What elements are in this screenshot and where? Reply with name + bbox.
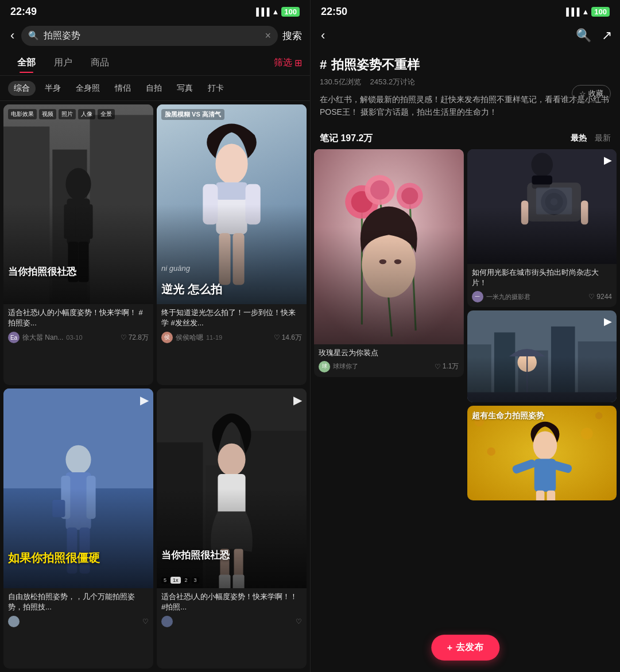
card-4-play-icon: ▶ (293, 393, 302, 407)
fab-label: 去发布 (456, 642, 483, 654)
sub-filter-checkin[interactable]: 打卡 (202, 81, 230, 96)
card-4-author (161, 616, 173, 627)
card-1-tag-row: 电影效果 视频 照片 人像 全景 (8, 109, 115, 119)
svg-point-12 (215, 144, 247, 184)
collect-button[interactable]: ☆ 收藏 (572, 85, 611, 102)
right-col-right: ▶ 如何用光影在城市街头拍出时尚杂志大片！ 一 一米九的摄影君 ♡ 9244 (467, 149, 617, 669)
notes-sort: 最热 最新 (571, 133, 611, 143)
right-search-icon[interactable]: 🔍 (576, 28, 591, 43)
filter-sort-button[interactable]: 筛选 ⊞ (274, 57, 302, 69)
card-1[interactable]: 当你拍照很社恐 电影效果 视频 照片 人像 全景 适合社恐i人的小幅度姿势！快来… (3, 104, 153, 385)
card-2-avatar: 侯 (161, 332, 173, 343)
search-icon: 🔍 (28, 30, 39, 41)
right-card-1[interactable]: 玫瑰星云为你装点 球 球球你了 ♡ 1.1万 (314, 149, 464, 377)
card-3-author (8, 616, 20, 627)
right-status-icons: ▐▐▐ ▲ 100 (564, 7, 610, 17)
right-battery-badge: 100 (591, 7, 610, 17)
sub-filter-banshen[interactable]: 半身 (39, 81, 67, 96)
back-button[interactable]: ‹ (8, 26, 17, 45)
topic-stats: 130.5亿浏览 2453.2万讨论 (320, 77, 611, 87)
btag-1x: 1x (170, 577, 181, 584)
notes-bar: 笔记 197.2万 最热 最新 (311, 129, 620, 149)
rc2-author-name: 一米九的摄影君 (486, 293, 530, 301)
card-3-meta: ♡ (8, 616, 149, 627)
sub-filter-couple[interactable]: 情侣 (109, 81, 137, 96)
sub-filter-selfie[interactable]: 自拍 (140, 81, 168, 96)
left-status-bar: 22:49 ▐▐▐ ▲ 100 (0, 0, 310, 21)
card-1-tag-portrait: 人像 (78, 109, 95, 119)
card-1-author-name: 徐大嚣 Nan... (22, 333, 63, 343)
card-2-image: 脸黑模糊 VS 高清气 ni guāng 逆光 怎么拍 (157, 104, 307, 304)
card-3-gradient (3, 488, 153, 588)
sub-filter-zhonghe[interactable]: 综合 (8, 81, 36, 96)
card-2[interactable]: 脸黑模糊 VS 高清气 ni guāng 逆光 怎么拍 终于知道逆光怎么拍了！一… (157, 104, 307, 385)
card-3-title: 自由放松拍照姿势，，几个万能拍照姿势，拍照技... (8, 592, 149, 612)
card-4-likes: ♡ (296, 617, 302, 626)
card-4[interactable]: 当你拍照很社恐 ▶ 5 1x 2 3 适合社恐i人的小幅度姿势！快来学啊！！ #… (157, 389, 307, 669)
filter-tab-all[interactable]: 全部 (8, 53, 45, 72)
btag-2: 2 (183, 577, 190, 584)
rc4-image: 超有生命力拍照姿势 (467, 406, 617, 500)
card-1-like-count: 72.8万 (129, 333, 149, 343)
card-3-overlay-text: 如果你拍照很僵硬 (8, 550, 149, 565)
rc2-heart-icon: ♡ (588, 293, 595, 301)
card-2-roman-text: ni guāng (161, 264, 190, 273)
card-2-vs-text: 脸黑模糊 VS 高清气 (161, 109, 224, 120)
filter-tab-user[interactable]: 用户 (45, 53, 82, 72)
rc1-title: 玫瑰星云为你装点 (319, 348, 459, 358)
sub-filter-quanshen[interactable]: 全身照 (70, 81, 106, 96)
right-share-icon[interactable]: ↗ (602, 28, 612, 43)
battery-badge: 100 (281, 7, 300, 17)
card-4-title: 适合社恐i人的小幅度姿势！快来学啊！！ #拍照... (161, 592, 302, 612)
svg-rect-82 (536, 491, 544, 500)
right-card-3[interactable]: ▶ (467, 310, 617, 402)
left-status-icons: ▐▐▐ ▲ 100 (254, 7, 300, 17)
wifi-icon: ▲ (272, 7, 279, 16)
sort-hot[interactable]: 最热 (571, 133, 587, 143)
rc1-avatar: 球 (319, 361, 330, 372)
card-2-meta: 侯 侯侯哈嗯 11-19 ♡ 14.6万 (161, 332, 302, 343)
rc1-meta: 球 球球你了 ♡ 1.1万 (319, 361, 459, 372)
btag-5: 5 (161, 577, 169, 584)
topic-hash: # (320, 57, 327, 72)
right-time: 22:50 (321, 6, 347, 18)
card-1-tag-pano: 全景 (98, 109, 115, 119)
sub-filter-bar: 综合 半身 全身照 情侣 自拍 写真 打卡 (0, 76, 310, 101)
search-query-text: 拍照姿势 (44, 30, 260, 42)
card-1-overlay-text: 当你拍照很社恐 (8, 266, 149, 278)
rc4-overlay-text: 超有生命力拍照姿势 (472, 410, 613, 421)
right-back-button[interactable]: ‹ (319, 26, 327, 45)
sub-filter-photo[interactable]: 写真 (171, 81, 199, 96)
topic-description: 在小红书，解锁最新的拍照灵感！赶快来发布拍照不重样笔记，看看谁才是小红书POSE… (320, 93, 611, 119)
svg-point-32 (218, 443, 245, 475)
card-4-image: 当你拍照很社恐 ▶ 5 1x 2 3 (157, 389, 307, 588)
rc1-gradient (314, 227, 464, 344)
rc2-avatar: 一 (472, 291, 483, 302)
card-3-play-icon: ▶ (140, 393, 149, 407)
card-3-info: 自由放松拍照姿势，，几个万能拍照姿势，拍照技... ♡ (3, 588, 153, 632)
browse-count: 130.5亿浏览 (320, 77, 361, 87)
card-4-meta: ♡ (161, 616, 302, 627)
card-3-image: 如果你拍照很僵硬 ▶ (3, 389, 153, 588)
rc2-likes: ♡ 9244 (588, 293, 612, 301)
svg-point-48 (401, 188, 418, 204)
card-4-overlay-text: 当你拍照很社恐 (161, 549, 302, 562)
card-4-gradient (157, 488, 307, 588)
search-input-wrap[interactable]: 🔍 拍照姿势 × (21, 26, 278, 46)
search-button[interactable]: 搜索 (282, 29, 302, 42)
sort-new[interactable]: 最新 (595, 133, 611, 143)
svg-point-77 (487, 448, 495, 456)
right-grid-columns: 玫瑰星云为你装点 球 球球你了 ♡ 1.1万 (314, 149, 617, 669)
card-2-info: 终于知道逆光怎么拍了！一步到位！快来学 #发丝发... 侯 侯侯哈嗯 11-19… (157, 304, 307, 348)
card-4-info: 适合社恐i人的小幅度姿势！快来学啊！！ #拍照... ♡ (157, 588, 307, 632)
clear-button[interactable]: × (265, 30, 271, 42)
right-card-2[interactable]: ▶ 如何用光影在城市街头拍出时尚杂志大片！ 一 一米九的摄影君 ♡ 9244 (467, 149, 617, 307)
svg-rect-63 (532, 176, 552, 185)
fab-publish-button[interactable]: + 去发布 (431, 635, 499, 661)
left-panel: 22:49 ▐▐▐ ▲ 100 ‹ 🔍 拍照姿势 × 搜索 全部 用户 商品 筛… (0, 0, 310, 672)
right-panel: 22:50 ▐▐▐ ▲ 100 ‹ 🔍 ↗ # 拍照姿势不重样 ☆ 收藏 130… (310, 0, 620, 672)
right-card-4[interactable]: 超有生命力拍照姿势 (467, 406, 617, 500)
card-1-info: 适合社恐i人的小幅度姿势！快来学啊！ #拍照姿... Ea 徐大嚣 Nan...… (3, 304, 153, 348)
card-3[interactable]: 如果你拍照很僵硬 ▶ 自由放松拍照姿势，，几个万能拍照姿势，拍照技... ♡ (3, 389, 153, 669)
filter-tab-product[interactable]: 商品 (82, 53, 118, 72)
